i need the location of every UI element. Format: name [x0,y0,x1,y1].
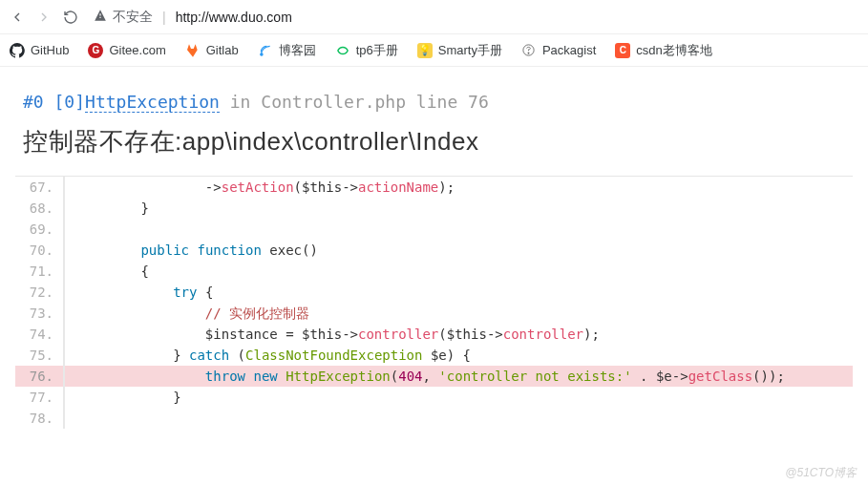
bookmark-label: Gitee.com [109,43,165,57]
code-row: 73. // 实例化控制器 [15,303,853,324]
code-snippet: 67. ->setAction($this->actionName);68. }… [15,176,853,429]
code-line: ->setAction($this->actionName); [65,177,853,198]
line-number: 71. [15,261,65,282]
bookmark-cnblogs[interactable]: 博客园 [258,42,316,59]
svg-point-2 [528,53,529,53]
url-separator: | [162,10,166,25]
cnblogs-icon [258,43,273,58]
line-number: 76. [15,366,65,387]
line-number: 68. [15,198,65,219]
error-page: #0 [0]HttpException in Controller.php li… [0,67,868,429]
error-title: 控制器不存在:app\index\controller\Index [23,125,845,158]
code-line [65,408,853,429]
bookmark-gitlab[interactable]: Gitlab [185,43,239,58]
line-number: 78. [15,408,65,429]
line-number: 67. [15,177,65,198]
bookmark-smarty[interactable]: 💡Smarty手册 [417,42,502,59]
address-bar[interactable]: 不安全 | http://www.duo.com [88,9,860,26]
code-line: throw new HttpException(404, 'controller… [65,366,853,387]
gitee-icon: G [88,43,103,58]
bookmark-label: csdn老博客地 [636,42,711,59]
url-text: http://www.duo.com [176,10,292,25]
code-line: } [65,387,853,408]
line-number: 69. [15,219,65,240]
gitlab-icon [185,43,201,58]
csdn-icon: C [615,43,630,58]
bookmark-label: Gitlab [206,43,239,57]
exception-link[interactable]: HttpException [85,92,220,113]
code-row: 71. { [15,261,853,282]
line-number: 72. [15,282,65,303]
line-number: 77. [15,387,65,408]
code-line: $instance = $this->controller($this->con… [65,324,853,345]
bookmark-label: 博客园 [279,42,316,59]
code-row: 74. $instance = $this->controller($this-… [15,324,853,345]
browser-toolbar: 不安全 | http://www.duo.com [0,0,868,34]
code-line: { [65,261,853,282]
bookmarks-bar: GitHub GGitee.com Gitlab 博客园 tp6手册 💡Smar… [0,34,868,67]
reload-button[interactable] [61,8,80,27]
bookmark-label: GitHub [31,43,69,57]
file-location: Controller.php line 76 [261,92,488,112]
bookmark-gitee[interactable]: GGitee.com [88,43,165,58]
back-button[interactable] [8,8,27,27]
svg-point-0 [260,53,262,54]
packagist-icon [521,43,537,58]
bookmark-github[interactable]: GitHub [10,43,69,58]
code-line: try { [65,282,853,303]
code-row-highlight: 76. throw new HttpException(404, 'contro… [15,366,853,387]
tp6-icon [335,43,350,58]
bookmark-label: Smarty手册 [438,42,502,59]
insecure-label: 不安全 [113,9,153,26]
code-line: } [65,198,853,219]
code-row: 72. try { [15,282,853,303]
watermark: @51CTO博客 [785,465,857,481]
forward-button[interactable] [34,8,53,27]
code-line [65,219,853,240]
code-line: } catch (ClassNotFoundException $e) { [65,345,853,366]
github-icon [10,43,25,58]
code-row: 69. [15,219,853,240]
line-number: 74. [15,324,65,345]
code-line: // 实例化控制器 [65,303,853,324]
code-line: public function exec() [65,240,853,261]
line-number: 70. [15,240,65,261]
code-row: 70. public function exec() [15,240,853,261]
line-number: 75. [15,345,65,366]
in-label: in [230,92,251,112]
code-row: 77. } [15,387,853,408]
bookmark-packagist[interactable]: Packagist [521,43,596,58]
code-row: 67. ->setAction($this->actionName); [15,177,853,198]
trace-bracket: [0] [54,92,86,112]
code-row: 78. [15,408,853,429]
stack-trace-line: #0 [0]HttpException in Controller.php li… [23,92,845,112]
code-row: 75. } catch (ClassNotFoundException $e) … [15,345,853,366]
bookmark-tp6[interactable]: tp6手册 [335,42,398,59]
insecure-icon [94,9,107,25]
smarty-icon: 💡 [417,43,433,58]
bookmark-label: Packagist [542,43,596,57]
bookmark-label: tp6手册 [356,42,398,59]
trace-index: #0 [23,92,44,112]
line-number: 73. [15,303,65,324]
bookmark-csdn[interactable]: Ccsdn老博客地 [615,42,711,59]
code-row: 68. } [15,198,853,219]
